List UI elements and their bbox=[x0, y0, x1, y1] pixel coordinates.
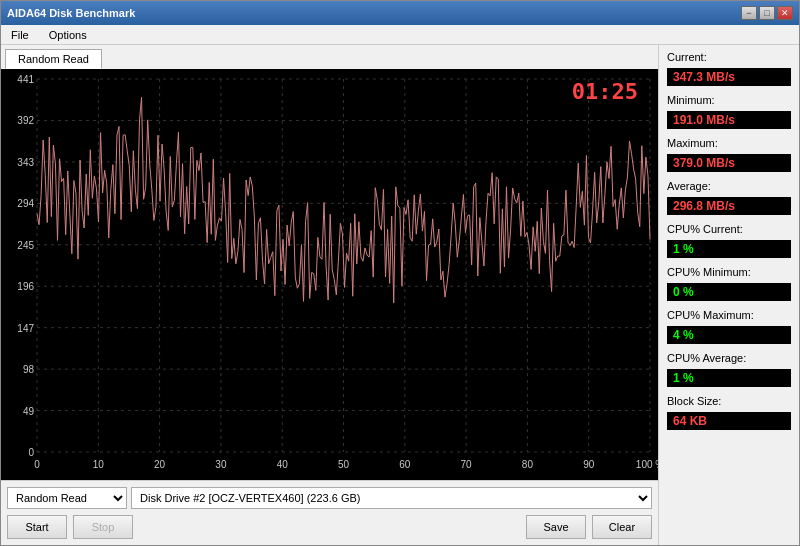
close-button[interactable]: ✕ bbox=[777, 6, 793, 20]
cpu-maximum-value: 4 % bbox=[667, 326, 791, 344]
cpu-minimum-label: CPU% Minimum: bbox=[667, 266, 791, 278]
menu-options[interactable]: Options bbox=[43, 28, 93, 42]
controls-row2: Start Stop Save Clear bbox=[7, 515, 652, 539]
block-size-label: Block Size: bbox=[667, 395, 791, 407]
cpu-current-value: 1 % bbox=[667, 240, 791, 258]
maximum-label: Maximum: bbox=[667, 137, 791, 149]
save-button[interactable]: Save bbox=[526, 515, 586, 539]
timer-display: 01:25 bbox=[572, 79, 638, 104]
left-panel: Random Read 01:25 Random Read Random Wri… bbox=[1, 45, 659, 545]
tab-random-read[interactable]: Random Read bbox=[5, 49, 102, 69]
cpu-current-label: CPU% Current: bbox=[667, 223, 791, 235]
title-bar-buttons: − □ ✕ bbox=[741, 6, 793, 20]
minimum-label: Minimum: bbox=[667, 94, 791, 106]
drive-select[interactable]: Disk Drive #2 [OCZ-VERTEX460] (223.6 GB) bbox=[131, 487, 652, 509]
method-select[interactable]: Random Read Random Write Buffered Read A… bbox=[7, 487, 127, 509]
main-area: Random Read 01:25 Random Read Random Wri… bbox=[1, 45, 799, 545]
cpu-average-label: CPU% Average: bbox=[667, 352, 791, 364]
controls-row1: Random Read Random Write Buffered Read A… bbox=[7, 487, 652, 509]
current-label: Current: bbox=[667, 51, 791, 63]
bottom-controls: Random Read Random Write Buffered Read A… bbox=[1, 480, 658, 545]
average-label: Average: bbox=[667, 180, 791, 192]
menu-file[interactable]: File bbox=[5, 28, 35, 42]
minimize-button[interactable]: − bbox=[741, 6, 757, 20]
block-size-value: 64 KB bbox=[667, 412, 791, 430]
cpu-average-value: 1 % bbox=[667, 369, 791, 387]
window-title: AIDA64 Disk Benchmark bbox=[7, 7, 135, 19]
right-panel: Current: 347.3 MB/s Minimum: 191.0 MB/s … bbox=[659, 45, 799, 545]
average-value: 296.8 MB/s bbox=[667, 197, 791, 215]
cpu-maximum-label: CPU% Maximum: bbox=[667, 309, 791, 321]
chart-container: 01:25 bbox=[1, 69, 658, 480]
menu-bar: File Options bbox=[1, 25, 799, 45]
maximize-button[interactable]: □ bbox=[759, 6, 775, 20]
clear-button[interactable]: Clear bbox=[592, 515, 652, 539]
maximum-value: 379.0 MB/s bbox=[667, 154, 791, 172]
benchmark-chart bbox=[1, 69, 658, 480]
main-window: AIDA64 Disk Benchmark − □ ✕ File Options… bbox=[0, 0, 800, 546]
stop-button[interactable]: Stop bbox=[73, 515, 133, 539]
current-value: 347.3 MB/s bbox=[667, 68, 791, 86]
minimum-value: 191.0 MB/s bbox=[667, 111, 791, 129]
start-button[interactable]: Start bbox=[7, 515, 67, 539]
title-bar: AIDA64 Disk Benchmark − □ ✕ bbox=[1, 1, 799, 25]
cpu-minimum-value: 0 % bbox=[667, 283, 791, 301]
tab-bar: Random Read bbox=[1, 45, 658, 69]
